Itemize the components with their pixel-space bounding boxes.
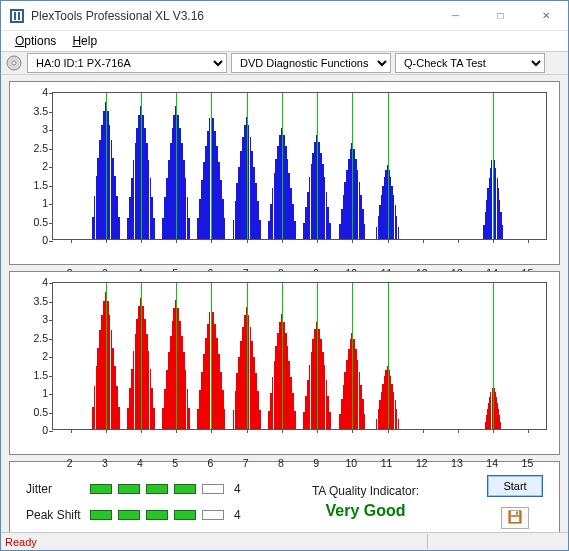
minimize-button[interactable]: ─ <box>433 1 478 31</box>
jitter-label: Jitter <box>26 482 86 496</box>
save-button[interactable] <box>501 507 529 529</box>
jitter-block-empty <box>202 484 224 494</box>
quality-grid: Jitter 4 Peak Shift 4 <box>26 482 244 522</box>
device-select[interactable]: HA:0 ID:1 PX-716A <box>27 53 227 73</box>
app-icon <box>9 8 25 24</box>
y-tick-label: 3 <box>10 123 48 135</box>
peak-block <box>146 510 168 520</box>
peak-block <box>174 510 196 520</box>
y-tick-label: 0.5 <box>10 406 48 418</box>
status-divider <box>427 534 428 549</box>
x-tick-label: 12 <box>416 454 428 469</box>
window-title: PlexTools Professional XL V3.16 <box>31 9 433 23</box>
x-tick-label: 2 <box>67 454 73 469</box>
test-select[interactable]: Q-Check TA Test <box>395 53 545 73</box>
jitter-block <box>90 484 112 494</box>
y-tick-label: 0 <box>10 234 48 246</box>
chart-top: 00.511.522.533.5423456789101112131415 <box>9 81 560 265</box>
x-tick-label: 11 <box>381 454 393 469</box>
y-tick-label: 0 <box>10 424 48 436</box>
y-tick-label: 3 <box>10 313 48 325</box>
x-tick-label: 10 <box>345 454 357 469</box>
bars-bottom <box>53 283 546 429</box>
jitter-value: 4 <box>230 482 244 496</box>
toolbar: HA:0 ID:1 PX-716A DVD Diagnostic Functio… <box>1 51 568 75</box>
menu-options[interactable]: Options <box>7 32 64 50</box>
x-tick-label: 8 <box>278 454 284 469</box>
y-tick-label: 2 <box>10 350 48 362</box>
close-button[interactable]: ✕ <box>523 1 568 31</box>
status-text: Ready <box>5 536 37 548</box>
menu-help[interactable]: Help <box>64 32 105 50</box>
x-tick-label: 5 <box>172 454 178 469</box>
y-tick-label: 3.5 <box>10 295 48 307</box>
svg-rect-3 <box>18 12 20 20</box>
x-tick-label: 13 <box>451 454 463 469</box>
chart-bottom: 00.511.522.533.5423456789101112131415 <box>9 271 560 455</box>
y-tick-label: 4 <box>10 86 48 98</box>
disc-icon <box>5 54 23 72</box>
plot-area-bottom <box>52 282 547 430</box>
y-tick-label: 1 <box>10 387 48 399</box>
peak-block <box>118 510 140 520</box>
maximize-button[interactable]: □ <box>478 1 523 31</box>
plot-area-top <box>52 92 547 240</box>
y-tick-label: 1.5 <box>10 369 48 381</box>
x-tick-label: 6 <box>208 454 214 469</box>
x-tick-label: 15 <box>522 454 534 469</box>
y-tick-label: 2 <box>10 160 48 172</box>
status-bar: Ready <box>1 532 568 550</box>
start-button[interactable]: Start <box>487 475 543 497</box>
x-tick-label: 9 <box>313 454 319 469</box>
disk-icon <box>508 510 522 526</box>
quality-buttons: Start <box>487 475 543 529</box>
peak-shift-label: Peak Shift <box>26 508 86 522</box>
ta-indicator: TA Quality Indicator: Very Good <box>312 484 419 520</box>
y-tick-label: 1.5 <box>10 179 48 191</box>
peak-block-empty <box>202 510 224 520</box>
x-tick-label: 3 <box>102 454 108 469</box>
peak-block <box>90 510 112 520</box>
x-tick-label: 7 <box>243 454 249 469</box>
y-tick-label: 2.5 <box>10 332 48 344</box>
ta-label: TA Quality Indicator: <box>312 484 419 498</box>
titlebar: PlexTools Professional XL V3.16 ─ □ ✕ <box>1 1 568 31</box>
y-tick-label: 1 <box>10 197 48 209</box>
y-tick-label: 4 <box>10 276 48 288</box>
svg-rect-9 <box>511 517 519 522</box>
svg-rect-1 <box>12 11 22 21</box>
jitter-block <box>174 484 196 494</box>
function-select[interactable]: DVD Diagnostic Functions <box>231 53 391 73</box>
peak-value: 4 <box>230 508 244 522</box>
jitter-block <box>118 484 140 494</box>
bars-top <box>53 93 546 239</box>
y-tick-label: 0.5 <box>10 216 48 228</box>
x-tick-label: 14 <box>486 454 498 469</box>
content: 00.511.522.533.5423456789101112131415 00… <box>1 75 568 532</box>
svg-rect-8 <box>516 512 518 515</box>
y-tick-label: 2.5 <box>10 142 48 154</box>
ta-value: Very Good <box>325 502 405 520</box>
y-tick-label: 3.5 <box>10 105 48 117</box>
menubar: Options Help <box>1 31 568 51</box>
quality-panel: Jitter 4 Peak Shift 4 TA Quality Indicat… <box>9 461 560 543</box>
jitter-block <box>146 484 168 494</box>
svg-rect-2 <box>14 12 16 20</box>
x-tick-label: 4 <box>137 454 143 469</box>
svg-point-5 <box>12 61 16 65</box>
